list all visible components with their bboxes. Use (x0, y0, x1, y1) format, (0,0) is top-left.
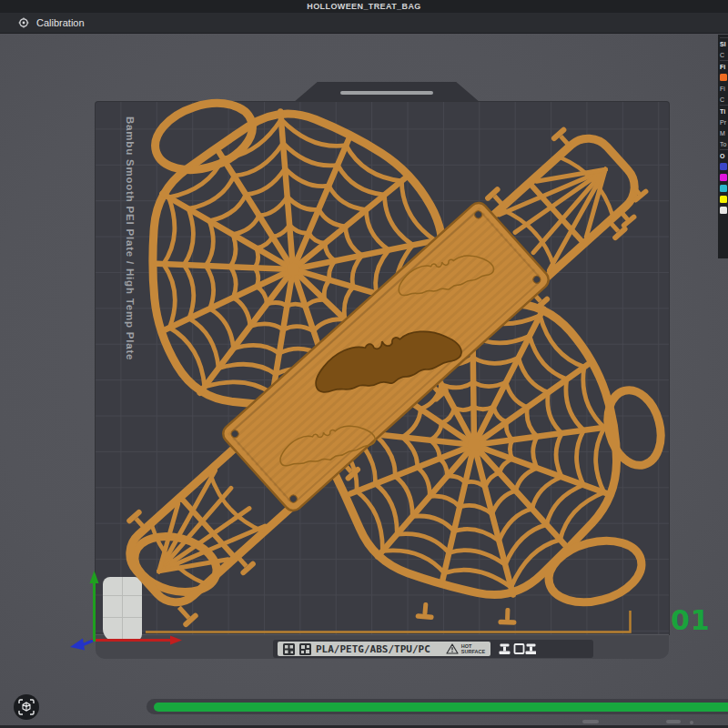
right-panel: SlCFiFiCTiPrMToO (718, 35, 728, 258)
filament-swatch (720, 183, 728, 194)
plate-label-plaque: PLA/PETG/ABS/TPU/PC HOT SURFACE (273, 640, 593, 658)
qr-code-icon (299, 643, 311, 655)
bottom-dot (690, 721, 693, 724)
panel-row: C (720, 94, 728, 105)
plate-corner-marker (103, 577, 142, 642)
calibration-icon (18, 17, 29, 28)
filament-swatch (720, 205, 728, 216)
filament-swatch (720, 161, 728, 172)
qr-code-icon (283, 643, 295, 655)
panel-row: C (720, 49, 728, 60)
progress-fill (154, 703, 728, 712)
view-cube-icon (17, 698, 35, 716)
title-bar: HOLLOWEEN_TREAT_BAG (0, 0, 728, 13)
panel-row: To (720, 138, 728, 149)
warning-triangle-icon (446, 643, 459, 654)
build-plate[interactable] (96, 102, 669, 634)
plate-surface-text: Bambu Smooth PEI Plate / High Temp Plate (125, 116, 136, 360)
plate-material-label: PLA/PETG/ABS/TPU/PC (316, 643, 430, 655)
slicer-window: { "window": { "title": "HOLLOWEEN_TREAT_… (0, 0, 728, 728)
panel-row: O (720, 149, 728, 161)
bottom-handle[interactable] (582, 720, 599, 723)
plate-front-rim: PLA/PETG/ABS/TPU/PC HOT SURFACE (96, 634, 669, 659)
panel-row: Fi (720, 60, 728, 72)
hot-surface-text: HOT SURFACE (461, 643, 485, 654)
slicing-progress-bar (147, 699, 728, 714)
filament-swatch (720, 194, 728, 205)
plate-handle-slot (340, 91, 433, 95)
plate-number-badge: 01 (671, 604, 711, 636)
pin-markers-icon (498, 642, 536, 656)
hot-surface-warning: HOT SURFACE (446, 643, 485, 654)
menu-item-calibration[interactable]: Calibration (36, 17, 85, 28)
window-title: HOLLOWEEN_TREAT_BAG (307, 2, 420, 11)
panel-row: Fi (720, 83, 728, 94)
panel-row: Sl (720, 37, 728, 49)
menu-bar: Calibration (0, 13, 728, 34)
bottom-handle[interactable] (666, 720, 681, 723)
panel-row: Pr (720, 116, 728, 127)
panel-row: M (720, 127, 728, 138)
panel-row: Ti (720, 105, 728, 116)
plate-label-light-area: PLA/PETG/ABS/TPU/PC HOT SURFACE (278, 642, 490, 656)
filament-swatch (720, 172, 728, 183)
filament-swatch (720, 72, 728, 83)
plate-handle-tab (293, 82, 480, 103)
view-orientation-button[interactable] (14, 694, 39, 720)
